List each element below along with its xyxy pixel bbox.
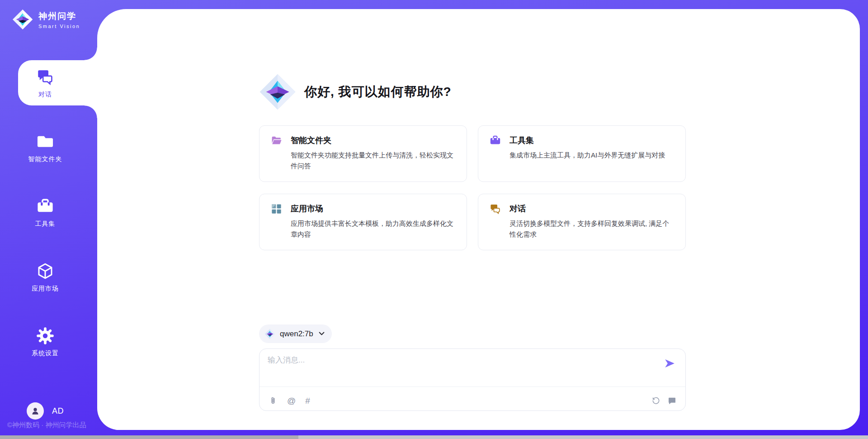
card-smart-folder[interactable]: 智能文件夹 智能文件夹功能支持批量文件上传与清洗，轻松实现文件问答	[259, 125, 467, 182]
brand-text: 神州问学 Smart Vision	[38, 10, 80, 29]
sidebar-item-settings[interactable]: 系统设置	[0, 319, 97, 364]
hashtag-button[interactable]: #	[305, 396, 310, 405]
sidebar-item-label: 对话	[38, 91, 52, 99]
greeting-gem-icon	[259, 72, 296, 111]
card-toolset[interactable]: 工具集 集成市场上主流工具，助力AI与外界无缝扩展与对接	[478, 125, 686, 182]
greeting: 你好, 我可以如何帮助你?	[259, 72, 452, 111]
sidebar: 神州问学 Smart Vision 对话 智能文件夹	[0, 0, 97, 435]
card-title: 对话	[509, 203, 675, 214]
toolbox-icon	[489, 134, 501, 147]
chat-bubbles-icon	[489, 203, 501, 215]
brand-subtitle: Smart Vision	[38, 24, 80, 29]
card-title: 工具集	[509, 135, 675, 146]
hash-icon: #	[305, 396, 310, 405]
gear-icon	[36, 326, 55, 345]
attach-button[interactable]	[269, 396, 278, 405]
sidebar-item-chat[interactable]: 对话	[18, 60, 97, 105]
horizontal-scrollbar[interactable]	[0, 435, 868, 439]
brand-gem-icon	[12, 9, 33, 30]
model-name: qwen2:7b	[280, 329, 313, 339]
feature-cards: 智能文件夹 智能文件夹功能支持批量文件上传与清洗，轻松实现文件问答 工具集 集成…	[259, 125, 686, 250]
message-input[interactable]	[268, 355, 647, 383]
user-menu[interactable]: AD	[27, 402, 64, 420]
chevron-down-icon	[319, 332, 325, 336]
apps-grid-icon	[270, 203, 283, 215]
paperclip-icon	[269, 396, 278, 405]
sidebar-item-toolset[interactable]: 工具集	[0, 190, 97, 235]
at-icon: @	[287, 396, 296, 405]
folder-icon	[36, 132, 55, 151]
content: 你好, 我可以如何帮助你? 智能文件夹 智能文件夹功能支持批量文件上传与清洗，轻…	[259, 0, 686, 439]
chat-history-button[interactable]	[668, 396, 676, 405]
composer-tools-left: @ #	[269, 396, 310, 405]
sidebar-nav: 对话 智能文件夹 工具集	[0, 60, 97, 384]
card-description: 集成市场上主流工具，助力AI与外界无缝扩展与对接	[509, 150, 675, 161]
app-root: 神州问学 Smart Vision 对话 智能文件夹	[0, 0, 868, 439]
cube-icon	[36, 262, 55, 281]
greeting-title: 你好, 我可以如何帮助你?	[304, 83, 452, 100]
person-icon	[30, 406, 40, 416]
model-selector[interactable]: qwen2:7b	[259, 324, 332, 343]
sidebar-footer: ©神州数码 · 神州问学出品	[7, 421, 86, 429]
send-icon	[664, 358, 675, 369]
card-description: 应用市场提供丰富长文本模板，助力高效生成多样化文章内容	[291, 218, 457, 240]
avatar	[27, 402, 44, 420]
chat-bubble-icon	[668, 396, 676, 405]
sidebar-item-smart-folder[interactable]: 智能文件夹	[0, 125, 97, 170]
brand-name: 神州问学	[38, 10, 80, 22]
card-chat[interactable]: 对话 灵活切换多模型文件，支持多样回复效果调试, 满足个性化需求	[478, 194, 686, 250]
toolbox-icon	[36, 197, 55, 216]
message-composer: @ #	[259, 348, 686, 411]
card-title: 智能文件夹	[291, 135, 457, 146]
folder-open-icon	[270, 134, 283, 147]
sidebar-item-label: 智能文件夹	[28, 155, 62, 163]
card-description: 智能文件夹功能支持批量文件上传与清洗，轻松实现文件问答	[291, 150, 457, 172]
composer-tools-right	[651, 396, 676, 405]
chat-bubbles-icon	[36, 67, 55, 86]
scrollbar-thumb[interactable]	[0, 435, 298, 439]
history-icon	[651, 396, 660, 405]
card-title: 应用市场	[291, 203, 457, 214]
mention-button[interactable]: @	[287, 396, 296, 405]
sidebar-item-label: 应用市场	[32, 285, 59, 293]
composer-divider	[259, 387, 685, 387]
send-button[interactable]	[664, 358, 675, 369]
history-button[interactable]	[651, 396, 660, 405]
sidebar-item-app-market[interactable]: 应用市场	[0, 254, 97, 300]
card-app-market[interactable]: 应用市场 应用市场提供丰富长文本模板，助力高效生成多样化文章内容	[259, 194, 467, 250]
sidebar-item-label: 系统设置	[32, 349, 59, 358]
brand-logo[interactable]: 神州问学 Smart Vision	[12, 9, 80, 30]
model-gem-icon	[264, 329, 275, 339]
sidebar-item-label: 工具集	[35, 220, 56, 228]
user-label: AD	[52, 406, 64, 416]
card-description: 灵活切换多模型文件，支持多样回复效果调试, 满足个性化需求	[509, 218, 675, 240]
